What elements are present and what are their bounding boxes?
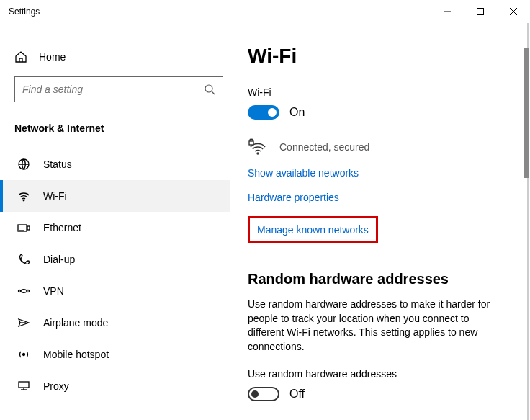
maximize-button[interactable]	[464, 0, 497, 23]
scrollbar[interactable]	[527, 23, 529, 420]
sidebar-item-ethernet[interactable]: Ethernet	[0, 212, 230, 243]
svg-rect-9	[27, 226, 30, 230]
svg-point-4	[205, 85, 212, 92]
wifi-secured-icon	[248, 137, 268, 157]
svg-point-15	[27, 290, 30, 292]
home-label: Home	[39, 51, 66, 63]
vpn-icon	[17, 285, 30, 298]
connection-status: Connected, secured	[279, 141, 369, 153]
hotspot-icon	[17, 348, 30, 361]
search-box[interactable]	[14, 76, 223, 102]
sidebar-item-label: Status	[43, 158, 72, 170]
sidebar-item-label: Ethernet	[43, 222, 81, 233]
highlighted-link-box: Manage known networks	[248, 216, 378, 243]
home-icon	[14, 50, 27, 63]
wifi-label: Wi-Fi	[248, 86, 530, 98]
random-toggle-state: Off	[289, 388, 305, 401]
manage-known-networks-link[interactable]: Manage known networks	[257, 224, 369, 236]
random-toggle[interactable]	[248, 387, 279, 401]
titlebar: Settings	[0, 0, 530, 23]
sidebar-item-label: Dial-up	[43, 254, 75, 265]
svg-rect-18	[19, 382, 29, 388]
svg-point-21	[257, 153, 259, 154]
svg-point-17	[23, 354, 25, 356]
wifi-toggle[interactable]	[248, 105, 279, 120]
sidebar-item-label: Proxy	[43, 380, 69, 392]
status-icon	[17, 158, 30, 171]
sidebar-item-airplane[interactable]: Airplane mode	[0, 307, 230, 339]
show-available-link[interactable]: Show available networks	[248, 167, 530, 179]
random-toggle-label: Use random hardware addresses	[248, 368, 530, 380]
svg-line-5	[212, 91, 215, 94]
sidebar-item-label: Wi-Fi	[43, 190, 67, 202]
sidebar-item-proxy[interactable]: Proxy	[0, 370, 230, 402]
svg-rect-22	[249, 141, 253, 145]
home-link[interactable]: Home	[7, 45, 230, 69]
search-input[interactable]	[22, 84, 204, 95]
dialup-icon	[17, 253, 30, 266]
wifi-toggle-label: On	[289, 106, 305, 119]
window-title: Settings	[9, 6, 40, 17]
ethernet-icon	[17, 221, 30, 234]
sidebar-item-label: Airplane mode	[43, 317, 108, 329]
sidebar-category: Network & Internet	[7, 115, 230, 148]
proxy-icon	[17, 380, 30, 393]
main-content: Wi-Fi Wi-Fi On Connected, secured Show a…	[230, 23, 530, 420]
sidebar-item-vpn[interactable]: VPN	[0, 275, 230, 307]
sidebar-item-status[interactable]: Status	[0, 148, 230, 180]
wifi-icon	[17, 189, 30, 202]
sidebar-item-dialup[interactable]: Dial-up	[0, 243, 230, 275]
svg-rect-1	[477, 9, 484, 15]
sidebar-item-label: VPN	[43, 285, 64, 297]
random-description: Use random hardware addresses to make it…	[248, 298, 493, 354]
sidebar: Home Network & Internet Status	[0, 23, 230, 420]
sidebar-item-wifi[interactable]: Wi-Fi	[0, 180, 230, 212]
hardware-properties-link[interactable]: Hardware properties	[248, 192, 530, 203]
search-icon	[204, 84, 215, 95]
page-title: Wi-Fi	[248, 45, 530, 68]
svg-point-7	[23, 200, 24, 201]
minimize-button[interactable]	[431, 0, 464, 23]
sidebar-item-hotspot[interactable]: Mobile hotspot	[0, 339, 230, 370]
random-heading: Random hardware addresses	[248, 271, 530, 287]
svg-point-14	[19, 290, 21, 292]
sidebar-item-label: Mobile hotspot	[43, 349, 109, 360]
close-button[interactable]	[497, 0, 530, 23]
window-controls	[431, 0, 530, 23]
airplane-icon	[17, 316, 30, 329]
